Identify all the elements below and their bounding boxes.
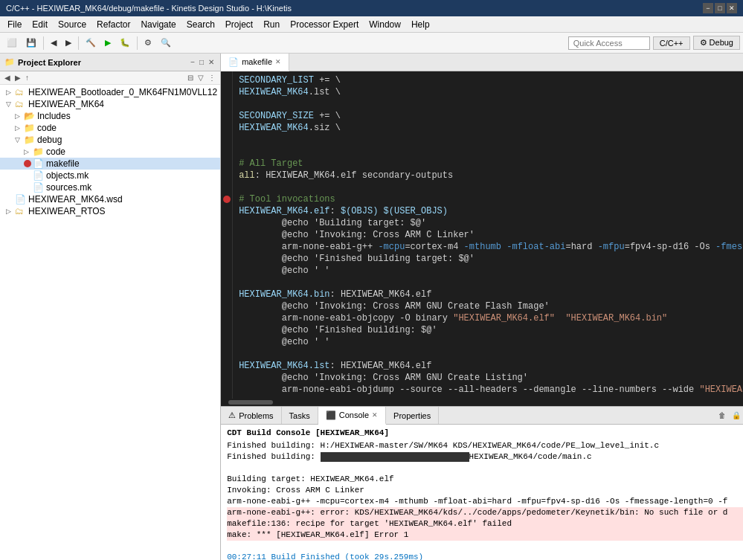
build-button[interactable]: 🔨: [82, 36, 100, 50]
tree-label-debug: debug: [37, 135, 62, 145]
tree-menu-button[interactable]: ⋮: [207, 73, 217, 83]
tree-up-button[interactable]: ↑: [24, 73, 30, 83]
bottom-tabs: ⚠ Problems Tasks ⬛ Console ✕ Propertie: [221, 407, 439, 424]
editor-main: SECONDARY_LIST += \ HEXIWEAR_MK64.lst \ …: [221, 71, 743, 406]
menu-processor-expert[interactable]: Processor Expert: [286, 18, 363, 31]
console-line-11: 00:27:11 Build Finished (took 29s.259ms): [227, 552, 743, 560]
menu-run[interactable]: Run: [259, 18, 284, 31]
console-line-6: arm-none-eabi-g++ -mcpu=cortex-m4 -mthum…: [227, 496, 743, 507]
tree-item-makefile[interactable]: 📄 makefile: [0, 158, 220, 170]
expand-arrow-rtos[interactable]: ▷: [6, 207, 15, 215]
quick-access-input[interactable]: [568, 36, 650, 50]
tree-label-bootloader: HEXIWEAR_Bootloader_0_MK64FN1M0VLL12: [28, 87, 217, 97]
tree-label-makefile: makefile: [46, 158, 80, 169]
code-hscrollbar[interactable]: [221, 399, 743, 406]
tree-label-objects-mk: objects.mk: [46, 170, 89, 181]
project-icon-mk64: 🗂: [15, 99, 27, 109]
tab-properties[interactable]: Properties: [386, 407, 439, 424]
expand-arrow-debug[interactable]: ▽: [15, 136, 24, 144]
tree-label-debug-code: code: [46, 147, 65, 157]
tab-tasks[interactable]: Tasks: [282, 407, 318, 424]
expand-arrow-bootloader[interactable]: ▷: [6, 88, 15, 96]
code-content[interactable]: SECONDARY_LIST += \ HEXIWEAR_MK64.lst \ …: [233, 71, 743, 399]
panel-minimize-button[interactable]: −: [189, 57, 196, 67]
tree-forward-button[interactable]: ▶: [13, 73, 22, 83]
tree-item-wsd[interactable]: 📄 HEXIWEAR_MK64.wsd: [0, 193, 220, 205]
toolbar-btn-extra1[interactable]: ⚙: [141, 36, 155, 50]
tab-tasks-label: Tasks: [289, 411, 310, 420]
panel-maximize-button[interactable]: □: [198, 57, 205, 67]
file-icon-sources-mk: 📄: [33, 182, 45, 193]
menu-source[interactable]: Source: [54, 18, 91, 31]
tab-makefile-close[interactable]: ✕: [275, 58, 281, 65]
menu-window[interactable]: Window: [364, 18, 405, 31]
tree-item-sources-mk[interactable]: 📄 sources.mk: [0, 181, 220, 193]
expand-arrow-mk64[interactable]: ▽: [6, 100, 15, 108]
tree-item-debug-code[interactable]: ▷ 📁 code: [0, 146, 220, 158]
tab-problems[interactable]: ⚠ Problems: [221, 407, 281, 424]
code-editor[interactable]: SECONDARY_LIST += \ HEXIWEAR_MK64.lst \ …: [221, 71, 743, 399]
bottom-console-content: CDT Build Console [HEXIWEAR_MK64] Finish…: [221, 425, 743, 560]
code-gutter: [221, 71, 233, 399]
tab-problems-icon: ⚠: [228, 411, 236, 420]
run-button[interactable]: ▶: [101, 36, 115, 50]
menu-navigate[interactable]: Navigate: [136, 18, 180, 31]
panel-close-button[interactable]: ✕: [207, 57, 216, 67]
tree-collapse-button[interactable]: ⊟: [186, 73, 195, 83]
console-scroll-lock-button[interactable]: 🔒: [730, 411, 743, 420]
tree-item-hexiwear-mk64[interactable]: ▽ 🗂 HEXIWEAR_MK64: [0, 98, 220, 110]
tab-properties-label: Properties: [393, 411, 431, 420]
cpp-perspective-button[interactable]: C/C++: [653, 36, 690, 50]
tab-makefile-icon: 📄: [228, 57, 239, 67]
toolbar-btn-extra2[interactable]: 🔍: [157, 36, 175, 50]
console-line-3: [227, 463, 743, 474]
tab-makefile[interactable]: 📄 makefile ✕: [221, 54, 289, 71]
console-clear-button[interactable]: 🗑: [716, 411, 728, 420]
expand-arrow-includes[interactable]: ▷: [15, 112, 24, 120]
menu-project[interactable]: Project: [221, 18, 257, 31]
title-bar: C/C++ - HEXIWEAR_MK64/debug/makefile - K…: [0, 0, 743, 16]
tree-item-rtos[interactable]: ▷ 🗂 HEXIWEAR_RTOS: [0, 205, 220, 217]
tree-toolbar: ◀ ▶ ↑ ⊟ ▽ ⋮: [0, 71, 220, 85]
code-hscrollbar-thumb[interactable]: [228, 400, 273, 405]
forward-button[interactable]: ▶: [62, 36, 75, 50]
right-panel: 📄 makefile ✕ − □: [221, 54, 743, 560]
tree-item-objects-mk[interactable]: 📄 objects.mk: [0, 170, 220, 181]
back-button[interactable]: ◀: [47, 36, 60, 50]
save-button[interactable]: 💾: [22, 36, 40, 50]
menu-edit[interactable]: Edit: [28, 18, 52, 31]
close-button[interactable]: ✕: [727, 3, 737, 13]
bottom-panel: ⚠ Problems Tasks ⬛ Console ✕ Propertie: [221, 406, 743, 560]
folder-icon-debug: 📁: [24, 135, 36, 145]
tree-back-button[interactable]: ◀: [3, 73, 12, 83]
tree-filter-button[interactable]: ▽: [196, 73, 205, 83]
tree-item-includes[interactable]: ▷ 📂 Includes: [0, 110, 220, 122]
tab-console-close[interactable]: ✕: [372, 411, 378, 419]
project-explorer-header: 📁 Project Explorer − □ ✕: [0, 54, 220, 71]
console-line-1: Finished building: H:/HEXIWEAR-master/SW…: [227, 440, 743, 451]
console-line-8: makefile:136: recipe for target 'HEXIWEA…: [227, 518, 743, 530]
menu-refactor[interactable]: Refactor: [92, 18, 135, 31]
tree-label-code: code: [37, 123, 57, 133]
tree-item-bootloader[interactable]: ▷ 🗂 HEXIWEAR_Bootloader_0_MK64FN1M0VLL12: [0, 86, 220, 98]
menu-file[interactable]: File: [3, 18, 26, 31]
debug-perspective-button[interactable]: ⚙ Debug: [693, 36, 740, 50]
tab-makefile-label: makefile: [242, 57, 272, 66]
expand-arrow-code[interactable]: ▷: [15, 124, 24, 132]
debug-label: ⚙ Debug: [700, 38, 733, 47]
minimize-button[interactable]: −: [703, 3, 713, 13]
tree-item-code[interactable]: ▷ 📁 code: [0, 122, 220, 134]
expand-arrow-debug-code[interactable]: ▷: [24, 148, 33, 155]
tree-label-includes: Includes: [37, 111, 71, 121]
console-line-4: Building target: HEXIWEAR_MK64.elf: [227, 474, 743, 485]
editor-area: 📄 makefile ✕ − □: [221, 54, 743, 406]
menu-help[interactable]: Help: [407, 18, 434, 31]
debug-run-button[interactable]: 🐛: [116, 36, 134, 50]
project-icon-bootloader: 🗂: [15, 87, 27, 97]
tree-item-debug[interactable]: ▽ 📁 debug: [0, 134, 220, 146]
tab-console[interactable]: ⬛ Console ✕: [318, 407, 386, 425]
maximize-button[interactable]: □: [715, 3, 725, 13]
bottom-tab-bar: ⚠ Problems Tasks ⬛ Console ✕ Propertie: [221, 407, 743, 425]
new-button[interactable]: ⬜: [3, 36, 21, 50]
menu-search[interactable]: Search: [182, 18, 219, 31]
